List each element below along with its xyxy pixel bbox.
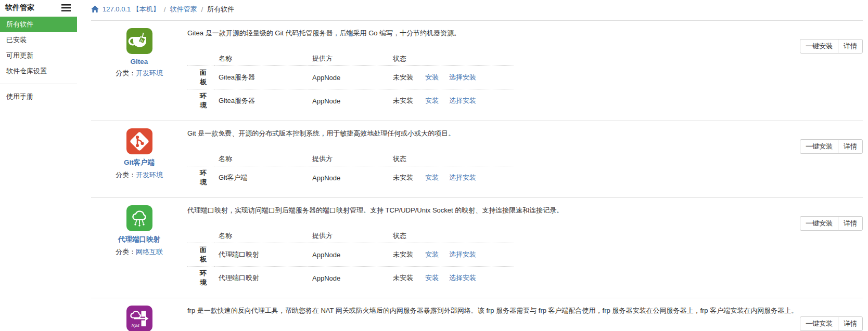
package-provider: AppNode [308, 66, 389, 89]
one-click-install-button[interactable]: 一键安装 [800, 316, 838, 331]
package-status: 未安装 [389, 166, 421, 190]
details-button[interactable]: 详情 [838, 316, 863, 331]
column-header-provider: 提供方 [308, 152, 389, 166]
software-name-link[interactable]: Gitea [131, 58, 148, 65]
proxy-port-mapping-icon [126, 205, 152, 231]
software-item-actions: 一键安装 详情 [794, 128, 863, 189]
choose-install-link[interactable]: 选择安装 [449, 250, 476, 258]
package-name: 代理端口映射 [214, 243, 308, 267]
column-header-status: 状态 [389, 52, 421, 66]
home-icon[interactable] [91, 6, 99, 13]
install-link[interactable]: 安装 [425, 250, 439, 258]
software-item-summary: h [91, 128, 187, 189]
package-name: Gitea服务器 [214, 89, 308, 113]
one-click-install-button[interactable]: 一键安装 [800, 139, 838, 154]
hamburger-icon[interactable] [61, 4, 71, 11]
software-item-detail: frp 是一款快速的反向代理工具，帮助您将在 NAT 网关或防火墙后的内网服务器… [187, 305, 794, 331]
package-provider: AppNode [308, 89, 389, 113]
install-link[interactable]: 安装 [425, 174, 439, 181]
package-type: 环境 [187, 166, 214, 190]
software-name-link[interactable]: 代理端口映射 [118, 235, 160, 244]
column-header-type [187, 152, 214, 166]
choose-install-link[interactable]: 选择安装 [449, 274, 476, 282]
software-name-link[interactable]: Git客户端 [124, 158, 155, 167]
main-content: 127.0.0.1 【本机】 / 软件管家 / 所有软件 h [77, 0, 868, 331]
breadcrumb-host-link[interactable]: 127.0.0.1 【本机】 [103, 5, 160, 14]
software-item-summary: h [91, 28, 187, 112]
package-row: 环境 Git客户端 AppNode 未安装 安装 选择安装 [187, 166, 514, 190]
software-category: 分类：开发环境 [91, 69, 187, 78]
details-button[interactable]: 详情 [838, 39, 863, 54]
software-description: Git 是一款免费、开源的分布式版本控制系统，用于敏捷高效地处理任何或小或大的项… [187, 128, 794, 138]
package-name: Git客户端 [214, 166, 308, 190]
package-name: 代理端口映射 [214, 267, 308, 290]
package-provider: AppNode [308, 267, 389, 290]
sidebar-item-all-software[interactable]: 所有软件 [0, 17, 77, 32]
column-header-name: 名称 [214, 152, 308, 166]
package-status: 未安装 [389, 66, 421, 89]
category-link[interactable]: 开发环境 [136, 171, 163, 179]
sidebar-divider [0, 84, 77, 84]
one-click-install-button[interactable]: 一键安装 [800, 39, 838, 54]
package-row: 环境 Gitea服务器 AppNode 未安装 安装 选择安装 [187, 89, 514, 113]
sidebar-item-manual[interactable]: 使用手册 [0, 89, 77, 104]
software-item-detail: Gitea 是一款开源的轻量级的 Git 代码托管服务器，后端采用 Go 编写，… [187, 28, 794, 112]
software-icon: h [126, 205, 152, 231]
column-header-type [187, 229, 214, 243]
choose-install-link[interactable]: 选择安装 [449, 73, 476, 81]
package-table: 名称 提供方 状态 面板 Gitea服务器 AppNode 未安装 安装 选择安… [187, 52, 514, 112]
software-item-actions: 一键安装 详情 [794, 205, 863, 289]
breadcrumb-separator: / [201, 6, 203, 14]
choose-install-link[interactable]: 选择安装 [449, 97, 476, 104]
category-link[interactable]: 开发环境 [136, 69, 163, 77]
column-header-status: 状态 [389, 152, 421, 166]
software-item: h [91, 197, 863, 298]
sidebar-item-updates[interactable]: 可用更新 [0, 48, 77, 63]
category-link[interactable]: 网络互联 [136, 248, 163, 256]
package-name: Gitea服务器 [214, 66, 308, 89]
software-manager-app: 软件管家 所有软件已安装可用更新软件仓库设置使用手册 127.0.0.1 【本机… [0, 0, 868, 331]
software-item: h [91, 298, 863, 331]
software-category: 分类：开发环境 [91, 170, 187, 180]
details-button[interactable]: 详情 [838, 216, 863, 231]
sidebar-menu: 所有软件已安装可用更新软件仓库设置使用手册 [0, 17, 77, 104]
column-header-status: 状态 [389, 229, 421, 243]
sidebar-item-installed[interactable]: 已安装 [0, 32, 77, 48]
svg-text:frps: frps [131, 323, 139, 328]
software-icon: h [126, 306, 152, 331]
package-type: 环境 [187, 267, 214, 290]
column-header-actions [421, 52, 514, 66]
package-status: 未安装 [389, 89, 421, 113]
install-link[interactable]: 安装 [425, 274, 439, 282]
choose-install-link[interactable]: 选择安装 [449, 174, 476, 181]
sidebar-item-repo-settings[interactable]: 软件仓库设置 [0, 63, 77, 79]
breadcrumb-separator: / [164, 6, 166, 14]
software-item-detail: Git 是一款免费、开源的分布式版本控制系统，用于敏捷高效地处理任何或小或大的项… [187, 128, 794, 189]
software-item: h [91, 20, 863, 121]
package-actions: 安装 选择安装 [421, 267, 514, 290]
software-category: 分类：网络互联 [91, 247, 187, 257]
software-item-actions: 一键安装 详情 [794, 28, 863, 112]
package-row: 面板 Gitea服务器 AppNode 未安装 安装 选择安装 [187, 66, 514, 89]
package-row: 环境 代理端口映射 AppNode 未安装 安装 选择安装 [187, 267, 514, 290]
install-link[interactable]: 安装 [425, 73, 439, 81]
details-button[interactable]: 详情 [838, 139, 863, 154]
sidebar-header: 软件管家 [0, 1, 77, 17]
software-item: h [91, 121, 863, 197]
install-button-group: 一键安装 详情 [800, 39, 863, 54]
package-actions: 安装 选择安装 [421, 66, 514, 89]
package-status: 未安装 [389, 267, 421, 290]
git-icon [126, 128, 152, 154]
software-description: frp 是一款快速的反向代理工具，帮助您将在 NAT 网关或防火墙后的内网服务器… [187, 306, 794, 315]
package-table-header-row: 名称 提供方 状态 [187, 52, 514, 66]
one-click-install-button[interactable]: 一键安装 [800, 216, 838, 231]
software-item-actions: 一键安装 详情 [794, 305, 863, 331]
app-title: 软件管家 [5, 3, 34, 12]
package-actions: 安装 选择安装 [421, 166, 514, 190]
package-row: 面板 代理端口映射 AppNode 未安装 安装 选择安装 [187, 243, 514, 267]
column-header-type [187, 52, 214, 66]
breadcrumb-app-link[interactable]: 软件管家 [170, 5, 197, 14]
breadcrumb: 127.0.0.1 【本机】 / 软件管家 / 所有软件 [91, 0, 863, 20]
install-link[interactable]: 安装 [425, 97, 439, 104]
software-icon: h [126, 128, 152, 154]
